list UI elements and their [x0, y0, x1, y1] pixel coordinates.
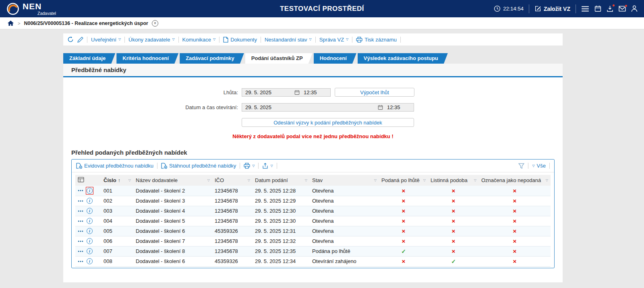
breadcrumb: > N006/25/V00005136 - Realizace energeti… [0, 17, 644, 29]
table-row: i003Dodavatel - školení 41234567829. 5. … [75, 206, 551, 216]
register-offer-icon [76, 163, 82, 169]
toolbar-item-dokumenty[interactable]: Dokumenty [223, 37, 257, 43]
main-panel: Předběžné nabídky Lhůta: 29. 5. 2025 12:… [63, 64, 563, 282]
tab-zadavaci-podminky[interactable]: Zadávací podmínky [180, 53, 244, 64]
download-icon[interactable] [607, 5, 613, 12]
row-menu-icon[interactable] [78, 200, 83, 202]
chevron-down-icon: ▽ [270, 164, 273, 168]
close-glyph: × [154, 21, 156, 25]
opening-time-value[interactable]: 12:35 [387, 104, 410, 110]
tab-kriteria-hodnoceni[interactable]: Kritéria hodnocení [116, 53, 178, 64]
row-menu-icon[interactable] [78, 260, 83, 263]
toolbar-item-komunikace[interactable]: Komunikace▽ [182, 37, 216, 43]
menu-icon[interactable] [581, 6, 589, 12]
row-info-button[interactable]: i [86, 247, 93, 255]
cross-icon: × [452, 228, 456, 234]
toolbar-item-tisk-zaznamu[interactable]: Tisk záznamu [356, 37, 397, 43]
cell-late: × [379, 216, 428, 226]
filter-chevron-icon[interactable]: ▽ [374, 179, 377, 182]
register-offer-button[interactable]: Evidovat předběžnou nabídku [76, 163, 153, 169]
tab-hodnoceni[interactable]: Hodnocení [314, 53, 356, 64]
row-number: 008 [101, 256, 133, 266]
row-menu-icon[interactable] [78, 230, 83, 232]
grid-body: i001Dodavatel - školení 21234567829. 5. … [75, 186, 551, 266]
toolbar-item-sprava-vz[interactable]: Správa VZ▽ [319, 37, 349, 43]
home-icon[interactable] [7, 20, 14, 26]
user-icon[interactable] [631, 5, 638, 12]
deadline-input[interactable]: 29. 5. 2025 12:35 [242, 88, 331, 97]
column-header-oznacena-jako-nepodana[interactable]: Označena jako nepodaná▽ [479, 175, 551, 186]
filter-chevron-icon[interactable]: ▽ [423, 179, 426, 182]
compute-deadlines-button[interactable]: Výpočet lhůt [335, 88, 414, 97]
print-grid-button[interactable]: ▽ [244, 163, 255, 169]
calendar-picker-icon[interactable] [294, 90, 300, 95]
tab-label: Podání účastníků ZP [251, 55, 303, 61]
row-menu-icon[interactable] [78, 189, 83, 192]
cell-not-submitted: × [479, 206, 551, 216]
record-toolbar: Uveřejnění▽Úkony zadavatele▽Komunikace▽D… [63, 33, 563, 46]
column-header-podana-po-lhute[interactable]: Podaná po lhůtě▽ [379, 175, 428, 186]
filter-chevron-icon[interactable]: ▽ [207, 179, 210, 182]
row-info-button[interactable]: i [86, 207, 93, 215]
breadcrumb-item[interactable]: N006/25/V00005136 - Realizace energetick… [24, 21, 148, 26]
row-info-button[interactable]: i [86, 257, 93, 265]
nen-home-link[interactable]: NEN Zadavatel [6, 2, 56, 16]
toolbar-item-ukony-zadavatele[interactable]: Úkony zadavatele▽ [128, 37, 175, 43]
cross-icon: × [452, 197, 456, 204]
cross-icon: × [402, 218, 406, 224]
opening-date-value[interactable]: 29. 5. 2025 [245, 104, 378, 110]
deadline-time-value[interactable]: 12:35 [304, 89, 327, 95]
filter-chevron-icon[interactable]: ▽ [128, 179, 131, 182]
row-status: Otevřena [310, 236, 379, 246]
row-number: 004 [101, 216, 133, 226]
toolbar-separator [549, 163, 550, 169]
row-menu-icon[interactable] [78, 210, 83, 212]
column-header-listinna-podoba[interactable]: Listinná podoba▽ [428, 175, 479, 186]
history-icon[interactable] [67, 36, 74, 43]
column-header-cislo[interactable]: Číslo↑▽ [101, 175, 133, 186]
row-info-button[interactable]: i [86, 187, 93, 195]
tab-label: Kritéria hodnocení [122, 55, 169, 61]
filter-chevron-icon[interactable]: ▽ [474, 179, 476, 182]
section-header: Předběžné nabídky [63, 64, 563, 77]
filter-icon[interactable] [518, 163, 524, 169]
calendar-icon[interactable] [594, 5, 601, 12]
filter-chevron-icon[interactable]: ▽ [305, 179, 307, 182]
row-menu-icon[interactable] [78, 250, 83, 253]
column-header-nazev-dodavatele[interactable]: Název dodavatele▽ [133, 175, 212, 186]
tab-zakladni-udaje[interactable]: Základní údaje [63, 53, 115, 64]
close-record-icon[interactable]: × [152, 20, 158, 27]
calendar-picker-icon[interactable] [378, 105, 383, 110]
clock-icon [494, 5, 501, 12]
row-info-button[interactable]: i [86, 227, 93, 235]
export-grid-button[interactable]: ▽ [262, 163, 273, 169]
filter-all-dropdown[interactable]: ▽ Vše [532, 163, 546, 169]
column-header-stav[interactable]: Stav▽ [310, 175, 379, 186]
row-info-button[interactable]: i [86, 237, 93, 245]
tab-vysledek-zadavaciho-postupu[interactable]: Výsledek zadávacího postupu [358, 53, 448, 64]
mail-icon[interactable] [619, 6, 626, 12]
column-header-datum-podani[interactable]: Datum podání▽ [253, 175, 310, 186]
row-info-button[interactable]: i [86, 217, 93, 225]
filter-chevron-icon[interactable]: ▽ [248, 179, 250, 182]
download-offers-label: Stáhnout předběžné nabídky [169, 163, 236, 169]
edit-record-icon[interactable] [77, 37, 83, 43]
tab-label: Základní údaje [69, 55, 106, 61]
download-offers-button[interactable]: Stáhnout předběžné nabídky [161, 163, 236, 169]
cross-icon: × [452, 248, 456, 255]
create-vz-button[interactable]: Založit VZ [534, 5, 570, 12]
toolbar-item-nestandardni-stav[interactable]: Nestandardní stav▽ [265, 37, 312, 43]
column-header-ico[interactable]: IČO▽ [212, 175, 253, 186]
row-menu-icon[interactable] [78, 240, 83, 242]
cross-icon: × [513, 238, 517, 244]
deadline-date-value[interactable]: 29. 5. 2025 [245, 89, 294, 95]
tab-podani-ucastniku-zp[interactable]: Podání účastníků ZP [245, 53, 313, 64]
row-menu-icon[interactable] [78, 220, 83, 222]
opening-input[interactable]: 29. 5. 2025 12:35 [242, 103, 414, 112]
row-info-button[interactable]: i [86, 197, 93, 205]
row-supplier: Dodavatel - školení 7 [133, 236, 212, 246]
filter-chevron-icon[interactable]: ▽ [546, 179, 548, 182]
toolbar-item-uverejneni[interactable]: Uveřejnění▽ [91, 37, 121, 43]
row-actions-cell: i [75, 216, 101, 226]
send-invitation-button[interactable]: Odeslání výzvy k podání předběžných nabí… [242, 118, 414, 127]
